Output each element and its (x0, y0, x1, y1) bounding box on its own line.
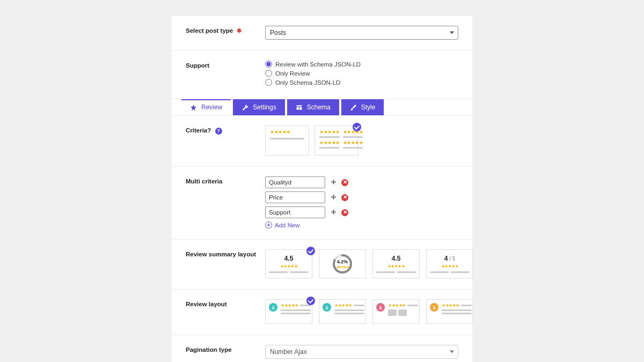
table-icon (296, 104, 303, 111)
delete-icon[interactable]: ✕ (341, 179, 348, 186)
support-radio-only-schema[interactable]: Only Schema JSON-LD (265, 79, 458, 86)
support-option-0-text: Review with Schema JSON-LD (275, 61, 361, 68)
check-badge-icon (306, 247, 315, 255)
brush-icon (350, 104, 357, 111)
stars-icon: ★★★★★ (336, 265, 349, 269)
help-icon[interactable]: ? (215, 128, 222, 135)
support-radio-1[interactable] (265, 70, 272, 77)
pagination-label: Pagination type (186, 345, 265, 353)
summary-layout-option-1[interactable]: 4.5 ★★★★★ (265, 249, 312, 278)
stars-icon: ★★★★★ (334, 303, 352, 308)
required-star-icon: ✱ (237, 27, 241, 34)
post-type-select[interactable]: Posts (265, 26, 458, 40)
add-new-label: Add New (275, 222, 300, 228)
add-new-criteria[interactable]: + Add New (265, 221, 458, 228)
stars-icon: ★★★★★ (281, 303, 298, 308)
tab-style[interactable]: Style (341, 99, 384, 115)
avatar-icon (323, 303, 331, 312)
stars-icon: ★★★★★ (387, 264, 405, 269)
support-option-1-text: Only Review (275, 70, 310, 77)
support-radio-review-schema[interactable]: Review with Schema JSON-LD (265, 61, 458, 68)
wrench-icon (241, 104, 248, 111)
delete-icon[interactable]: ✕ (341, 209, 348, 216)
stars-icon: ★★★★★ (441, 264, 459, 269)
stars-icon: ★★★★★ (319, 140, 340, 145)
review-layout-option-2[interactable]: ★★★★★ (319, 299, 366, 324)
check-badge-icon (353, 123, 361, 131)
summary-layout-option-2[interactable]: 4.2% ★★★★★ (319, 249, 366, 278)
support-label: Support (186, 61, 265, 69)
summary-layout-option-4[interactable]: 4 / 5 ★★★★★ (426, 249, 473, 278)
review-layout-option-1[interactable]: ★★★★★ (265, 299, 312, 324)
tab-settings-label: Settings (253, 104, 276, 111)
multi-criteria-input-2[interactable] (265, 206, 325, 218)
tab-review[interactable]: Review (181, 99, 231, 115)
tab-schema[interactable]: Schema (287, 99, 339, 115)
post-type-label-text: Select post type (186, 27, 233, 34)
criteria-option-single[interactable]: ★★★★★ (265, 125, 309, 156)
stars-icon: ★★★★★ (442, 303, 459, 308)
move-icon[interactable] (330, 194, 337, 201)
stars-icon: ★★★★★ (319, 129, 340, 135)
review-layout-label: Review layout (186, 299, 265, 307)
review-layout-option-3[interactable]: ★★★★★ (372, 299, 420, 324)
stars-icon: ★★★★★ (280, 264, 298, 269)
star-icon (190, 104, 197, 111)
move-icon[interactable] (330, 179, 337, 186)
plus-icon: + (265, 221, 272, 228)
support-option-2-text: Only Schema JSON-LD (275, 79, 340, 86)
avatar-icon (269, 303, 277, 312)
summary-layout-option-3[interactable]: 4.5 ★★★★★ (372, 249, 420, 278)
delete-icon[interactable]: ✕ (341, 194, 348, 201)
criteria-option-multi[interactable]: ★★★★★ ★★★★★ ★★★★★ ★★★★★ (314, 125, 358, 156)
avatar-icon (376, 303, 385, 312)
summary-score-0: 4.5 (284, 255, 294, 262)
support-radio-2[interactable] (265, 79, 272, 86)
summary-score-3: 4 / 5 (444, 255, 456, 262)
tab-review-label: Review (201, 104, 222, 111)
avatar-icon (430, 303, 438, 312)
summary-layout-label: Review summary layout (186, 249, 265, 257)
move-icon[interactable] (330, 209, 337, 216)
multi-criteria-input-0[interactable] (265, 176, 325, 188)
summary-score-2: 4.5 (392, 255, 401, 262)
check-badge-icon (306, 297, 315, 305)
stars-icon: ★★★★★ (343, 140, 363, 145)
tab-settings[interactable]: Settings (233, 99, 284, 115)
criteria-label: Criteria? ? (186, 125, 265, 135)
tab-schema-label: Schema (307, 104, 331, 111)
review-layout-option-4[interactable]: ★★★★★ (426, 299, 473, 324)
tab-style-label: Style (361, 104, 376, 111)
summary-score-1: 4.2% (337, 259, 348, 264)
stars-icon: ★★★★★ (270, 129, 304, 135)
pagination-select[interactable]: Number Ajax (265, 345, 458, 359)
post-type-label: Select post type ✱ (186, 26, 265, 34)
multi-criteria-input-1[interactable] (265, 191, 325, 203)
multi-criteria-label: Multi criteria (186, 176, 265, 184)
criteria-label-text: Criteria? (186, 127, 211, 134)
stars-icon: ★★★★★ (388, 303, 406, 308)
support-radio-only-review[interactable]: Only Review (265, 70, 458, 77)
support-radio-0[interactable] (265, 61, 272, 68)
